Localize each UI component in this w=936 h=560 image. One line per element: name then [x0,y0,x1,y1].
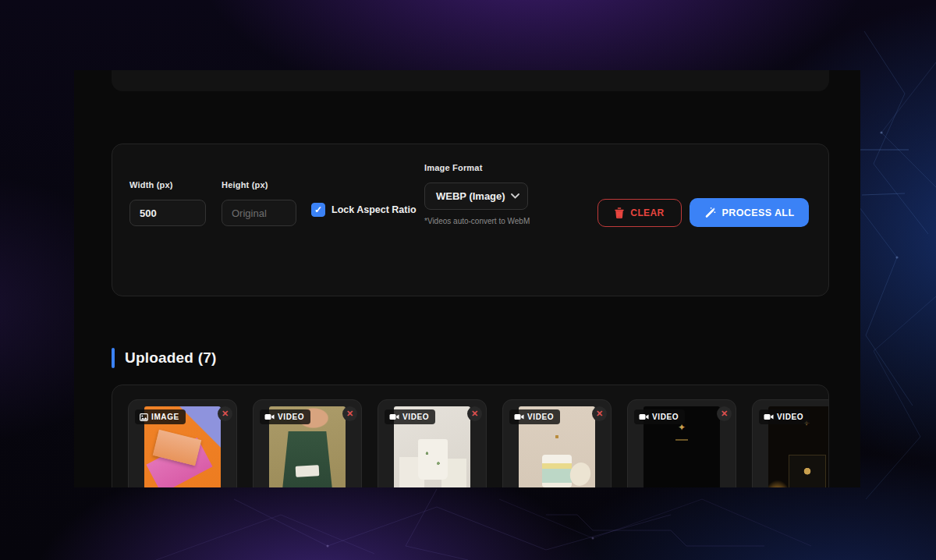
uploaded-heading-text: Uploaded (7) [125,349,216,367]
chevron-down-icon [511,193,519,199]
clear-button-label: CLEAR [630,207,664,218]
media-type-label: VIDEO [527,413,554,421]
media-type-label: VIDEO [278,413,304,421]
process-all-button[interactable]: PROCESS ALL [690,198,809,227]
media-type-badge: VIDEO [260,409,310,424]
image-icon [140,413,148,421]
uploaded-section-heading: Uploaded (7) [112,347,216,368]
lock-aspect-ratio-label: Lock Aspect Ratio [332,204,417,215]
video-icon [264,413,275,420]
magic-wand-icon [704,207,716,218]
media-type-label: IMAGE [151,413,179,421]
clear-button[interactable]: CLEAR [597,199,682,227]
media-type-label: VIDEO [777,413,803,421]
conversion-settings-panel: Width (px) Height (px) ✓ Lock Aspect Rat… [112,144,829,296]
format-note: *Videos auto-convert to WebM [424,217,530,225]
converter-app-container: Width (px) Height (px) ✓ Lock Aspect Rat… [74,70,860,487]
process-all-button-label: PROCESS ALL [722,207,795,218]
width-input[interactable] [129,200,206,226]
media-type-label: VIDEO [402,413,429,421]
close-icon: ✕ [346,409,353,419]
remove-file-button[interactable]: ✕ [342,406,357,421]
media-type-badge: VIDEO [509,409,560,424]
video-icon [764,413,774,420]
heading-accent-bar [112,348,115,368]
video-icon [639,413,649,420]
uploaded-files-panel: IMAGE ✕ VIDEO ✕ [112,385,829,487]
close-icon: ✕ [596,409,603,419]
scrolled-upload-card-bottom [112,70,829,91]
uploaded-media-card: VIDEO ✕ [627,399,736,487]
remove-file-button[interactable]: ✕ [592,406,607,421]
video-icon [389,413,399,420]
uploaded-media-card: IMAGE ✕ [128,399,237,487]
close-icon: ✕ [222,409,229,419]
uploaded-media-card: VIDEO ✕ [253,399,362,487]
media-type-badge: IMAGE [135,409,186,424]
uploaded-media-card: VIDEO ✕ [752,399,829,487]
uploaded-media-card: VIDEO ✕ [502,399,612,487]
image-format-select[interactable]: WEBP (Image) [424,183,528,210]
media-type-badge: VIDEO [385,409,435,424]
trash-icon [615,207,624,218]
media-type-label: VIDEO [652,413,679,421]
check-icon: ✓ [314,204,322,215]
close-icon: ✕ [721,409,728,419]
uploaded-cards-row: IMAGE ✕ VIDEO ✕ [112,385,828,487]
lock-aspect-ratio-checkbox[interactable]: ✓ [311,203,325,217]
height-input[interactable] [222,200,296,226]
remove-file-button[interactable]: ✕ [467,406,482,421]
video-icon [514,413,524,420]
media-type-badge: VIDEO [759,409,810,424]
remove-file-button[interactable]: ✕ [717,406,732,421]
remove-file-button[interactable]: ✕ [218,406,232,421]
close-icon: ✕ [471,409,478,419]
uploaded-media-card: VIDEO ✕ [378,399,487,487]
image-format-label: Image Format [424,163,483,172]
media-type-badge: VIDEO [634,409,685,424]
height-label: Height (px) [222,180,268,190]
width-label: Width (px) [129,180,173,190]
image-format-value: WEBP (Image) [436,190,505,202]
